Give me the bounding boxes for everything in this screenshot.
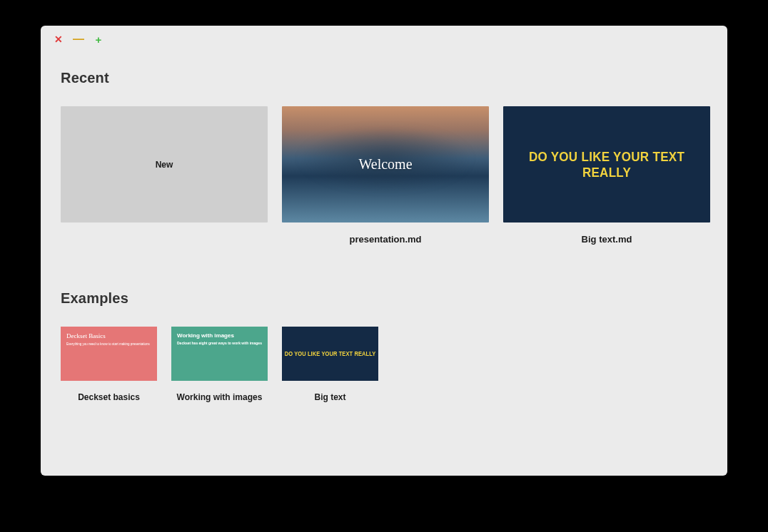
deckset-thumbnail: Deckset Basics Everything you need to kn… [61,327,157,381]
example-card-working-with-images[interactable]: Working with images Deckset has eight gr… [171,327,268,402]
recent-section-title: Recent [61,70,707,86]
new-presentation-card[interactable]: New [61,106,268,245]
new-thumb-label: New [156,160,173,170]
app-window: ✕ — + Recent New Welcome presentation.md… [41,26,727,476]
deckset-thumb-subtitle: Everything you need to know to start mak… [66,342,151,347]
recent-card-caption: presentation.md [349,234,421,245]
deckset-thumb-title: Deckset Basics [66,332,151,339]
bigtext-sm-thumb-label: DO YOU LIKE YOUR TEXT REALLY [285,350,376,357]
images-thumb-title: Working with images [177,332,262,339]
close-icon[interactable]: ✕ [54,34,64,44]
images-thumb-subtitle: Deckset has eight great ways to work wit… [177,341,262,345]
bigtext-thumb-label: DO YOU LIKE YOUR TEXT REALLY [503,149,710,180]
welcome-thumb-label: Welcome [358,156,412,173]
example-card-caption: Working with images [177,392,263,402]
maximize-icon[interactable]: + [94,34,103,44]
images-thumbnail: Working with images Deckset has eight gr… [171,327,268,381]
example-card-caption: Big text [314,392,345,402]
bigtext-thumbnail: DO YOU LIKE YOUR TEXT REALLY [503,106,710,222]
content-area: Recent New Welcome presentation.md DO YO… [41,53,727,431]
new-thumbnail: New [61,106,268,222]
titlebar: ✕ — + [41,26,727,53]
recent-grid: New Welcome presentation.md DO YOU LIKE … [61,106,707,245]
recent-card-bigtext[interactable]: DO YOU LIKE YOUR TEXT REALLY Big text.md [503,106,710,245]
example-card-deckset-basics[interactable]: Deckset Basics Everything you need to kn… [61,327,157,402]
minimize-icon[interactable]: — [74,34,84,44]
examples-section-title: Examples [61,290,707,307]
bigtext-sm-thumbnail: DO YOU LIKE YOUR TEXT REALLY [282,327,378,381]
example-card-big-text[interactable]: DO YOU LIKE YOUR TEXT REALLY Big text [282,327,378,402]
examples-grid: Deckset Basics Everything you need to kn… [61,327,707,402]
recent-card-caption: Big text.md [582,234,632,245]
example-card-caption: Deckset basics [78,392,140,402]
recent-card-presentation[interactable]: Welcome presentation.md [282,106,489,245]
welcome-thumbnail: Welcome [282,106,489,222]
